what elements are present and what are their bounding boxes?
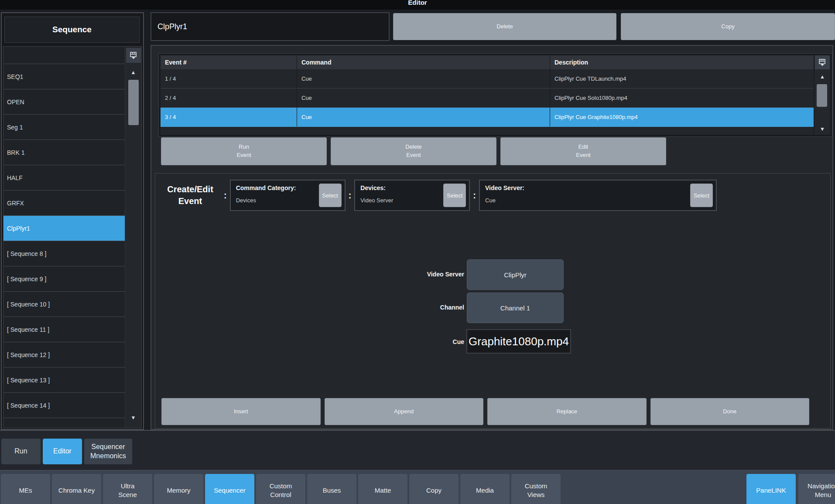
dock-tab[interactable]: PaneLINK xyxy=(746,474,796,504)
create-edit-event-panel: Create/Edit Event : Command Category: De… xyxy=(155,173,831,429)
sequence-list-item[interactable]: [ Sequence 13 ] xyxy=(3,368,125,393)
dock-tab[interactable]: MEs xyxy=(1,474,50,504)
dock-tab[interactable]: Buses xyxy=(307,474,356,504)
event-table-scrollbar: ▲ ▼ xyxy=(814,55,830,135)
sequence-sidebar: Sequence SEQ1 OPEN Seg 1 xyxy=(1,12,144,430)
window-title: Editor xyxy=(0,0,835,6)
dock-tab-label: Chroma Key xyxy=(58,486,95,495)
select-button[interactable]: Select xyxy=(319,184,342,207)
sequence-list-item[interactable]: BRK 1 xyxy=(3,140,125,165)
event-command-cell: Cue xyxy=(297,69,550,88)
mode-tab[interactable]: Run xyxy=(1,439,41,464)
sequence-list-scrollbar: ▲ ▼ xyxy=(125,47,141,428)
event-table-row[interactable]: 1 / 4 Cue ClipPlyr Cue TDLaunch.mp4 xyxy=(161,69,814,89)
menu-dock: MEs Chroma Key Ultra Scene Memory Sequen… xyxy=(0,470,835,504)
sequence-list-item-label: [ Sequence 11 ] xyxy=(7,326,49,333)
sequence-list-item-label: [ Sequence 8 ] xyxy=(7,250,46,257)
event-command-cell: Cue xyxy=(297,89,550,107)
video-server-value-button[interactable]: ClipPlyr xyxy=(467,259,564,290)
sequence-list-item[interactable]: [ Sequence 11 ] xyxy=(3,317,125,342)
mode-tab-label: Editor xyxy=(53,447,72,456)
sequence-list-item[interactable]: ClpPlyr1 xyxy=(3,216,125,241)
delete-event-button[interactable]: Delete Event xyxy=(331,137,496,165)
dock-tab[interactable]: Ultra Scene xyxy=(103,474,152,504)
dock-tab[interactable]: Memory xyxy=(154,474,203,504)
mode-tab-label: Run xyxy=(14,447,27,456)
dock-tabs: MEs Chroma Key Ultra Scene Memory Sequen… xyxy=(1,474,561,504)
sequence-list-item[interactable]: SEQ1 xyxy=(3,64,125,89)
insert-row-icon-button[interactable] xyxy=(126,48,141,63)
sequence-list-item[interactable]: HALF xyxy=(3,165,125,191)
dock-tab-label: Custom Control xyxy=(270,482,292,500)
dock-tab[interactable]: Chroma Key xyxy=(52,474,101,504)
create-edit-action-buttons: Insert Append Replace Done xyxy=(161,398,809,425)
sequence-list-item-label: ClpPlyr1 xyxy=(7,225,30,232)
event-description-cell: ClipPlyr Cue Solo1080p.mp4 xyxy=(550,89,814,107)
dock-tab[interactable]: Custom Views xyxy=(511,474,561,504)
create-edit-action-button[interactable]: Insert xyxy=(161,398,321,425)
scrollbar-thumb[interactable] xyxy=(128,80,139,125)
sidebar-title: Sequence xyxy=(4,17,140,43)
delete-sequence-button[interactable]: Delete xyxy=(393,13,616,40)
sequence-list-item[interactable]: [ Sequence 8 ] xyxy=(3,241,125,266)
cue-value-input[interactable]: Graphite1080p.mp4 xyxy=(466,329,571,354)
cue-label: Cue xyxy=(386,338,464,345)
mode-tab[interactable]: Sequencer Mnemonics xyxy=(84,439,132,464)
sequence-list-item[interactable]: [ Sequence 14 ] xyxy=(3,393,125,418)
scrollbar-thumb[interactable] xyxy=(817,84,827,107)
editor-main-panel: Event # Command Description 1 / 4 Cue Cl… xyxy=(151,45,833,430)
select-button[interactable]: Select xyxy=(690,184,713,207)
dock-tab[interactable]: Media xyxy=(460,474,510,504)
dock-tab[interactable]: Sequencer xyxy=(205,474,254,504)
sequence-name-input[interactable] xyxy=(151,12,390,41)
selector-separator: : xyxy=(349,191,352,201)
sequence-list-item[interactable]: Seg 1 xyxy=(3,115,125,140)
selector-group: : Video Server: Cue Select xyxy=(470,180,717,211)
scroll-down-icon[interactable]: ▼ xyxy=(814,125,830,133)
selector-box: Command Category: Devices Select xyxy=(230,180,346,211)
dock-tab-label: Memory xyxy=(167,486,190,495)
create-edit-action-button[interactable]: Replace xyxy=(487,398,647,425)
scroll-up-icon[interactable]: ▲ xyxy=(125,68,141,76)
channel-value-button[interactable]: Channel 1 xyxy=(467,293,564,323)
dock-tab-label: Copy xyxy=(426,486,441,495)
selector-separator: : xyxy=(473,191,476,201)
dock-tab-label: Matte xyxy=(375,486,391,495)
event-action-buttons: Run Event Delete Event Edit Event xyxy=(161,137,666,165)
event-table-row[interactable]: 3 / 4 Cue ClipPlyr Cue Graphite1080p.mp4 xyxy=(161,108,814,127)
sequence-list-item-label: [ Sequence 9 ] xyxy=(7,276,46,283)
event-table-grid: Event # Command Description 1 / 4 Cue Cl… xyxy=(161,55,814,135)
sequence-list-item-label: [ Sequence 12 ] xyxy=(7,351,50,358)
sequence-list-item[interactable]: [ Sequence 12 ] xyxy=(3,342,125,368)
sequence-list-header-spacer xyxy=(3,47,125,64)
dock-tab[interactable]: Custom Control xyxy=(256,474,305,504)
scroll-up-icon[interactable]: ▲ xyxy=(814,73,830,81)
event-number-cell: 2 / 4 xyxy=(161,89,297,107)
event-table-row[interactable]: 2 / 4 Cue ClipPlyr Cue Solo1080p.mp4 xyxy=(161,89,814,108)
scroll-down-icon[interactable]: ▼ xyxy=(125,414,141,422)
insert-row-icon-button[interactable] xyxy=(815,55,830,69)
sequence-list-item-label: SEQ1 xyxy=(7,73,23,80)
dock-tab[interactable]: Navigation Menu xyxy=(798,474,835,504)
dock-tab-label: MEs xyxy=(19,486,32,495)
copy-sequence-button[interactable]: Copy xyxy=(621,13,835,40)
sequence-list-item[interactable]: GRFX xyxy=(3,191,125,216)
sequence-list-item-label: GRFX xyxy=(7,200,24,207)
sequence-list-item[interactable]: OPEN xyxy=(3,89,125,115)
mode-tabs: Run Editor Sequencer Mnemonics xyxy=(1,439,132,464)
mode-tab[interactable]: Editor xyxy=(43,439,82,464)
sequence-list-item-label: BRK 1 xyxy=(7,149,24,156)
run-event-button[interactable]: Run Event xyxy=(161,137,327,165)
sequence-list-item[interactable]: [ Sequence 9 ] xyxy=(3,266,125,292)
sequence-list-item[interactable]: [ Sequence 10 ] xyxy=(3,292,125,317)
dock-tab-label: Custom Views xyxy=(525,482,548,500)
create-edit-action-button[interactable]: Append xyxy=(325,398,484,425)
create-edit-action-button[interactable]: Done xyxy=(650,398,810,425)
event-description-cell: ClipPlyr Cue TDLaunch.mp4 xyxy=(550,69,814,88)
sequence-list-item-label: [ Sequence 10 ] xyxy=(7,301,50,308)
edit-event-button[interactable]: Edit Event xyxy=(500,137,666,165)
dock-tab[interactable]: Copy xyxy=(409,474,459,504)
dock-tab[interactable]: Matte xyxy=(358,474,407,504)
select-button[interactable]: Select xyxy=(443,184,466,207)
insert-row-icon xyxy=(130,51,137,59)
